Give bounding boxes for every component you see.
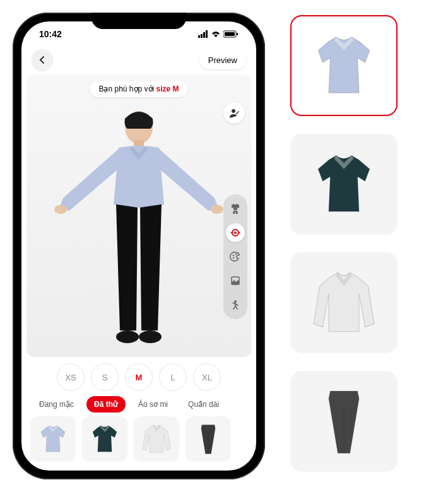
tray-shirt-white[interactable] [134,416,179,462]
side-thumbnails [290,15,398,479]
fit-recommendation-pill: Bạn phù hợp với size M [90,81,187,97]
size-s[interactable]: S [91,363,119,391]
rail-palette-icon[interactable] [226,247,245,266]
status-time: 10:42 [39,29,62,39]
svg-point-13 [139,331,162,343]
svg-point-19 [233,257,234,259]
model-canvas[interactable]: Bạn phù hợp với size M [27,74,251,357]
tab-category-0[interactable]: Đang mặc [32,396,81,413]
tool-rail [223,194,247,319]
fit-highlight: size M [156,85,179,93]
status-icons [198,30,239,38]
model-3d [44,103,233,356]
size-xs[interactable]: XS [57,363,85,391]
rail-measure-icon[interactable] [226,223,245,242]
svg-rect-3 [206,30,208,38]
battery-icon [223,30,239,38]
rail-pose-icon[interactable] [226,295,245,314]
arrow-left-icon [37,55,47,65]
rail-background-icon[interactable] [226,271,245,290]
svg-point-15 [234,231,237,234]
wifi-icon [211,30,221,38]
phone-frame: 10:42 Preview Bạn phù hợp với size M [13,13,265,479]
signal-icon [198,30,208,38]
back-button[interactable] [32,49,53,71]
size-l[interactable]: L [159,363,187,391]
svg-rect-5 [225,32,235,36]
tray-pants-dark[interactable] [186,416,231,462]
svg-rect-2 [203,32,205,38]
thumb-shirt-blue[interactable] [290,15,398,116]
svg-point-18 [233,255,234,256]
tray-shirt-plaid[interactable] [82,416,127,462]
size-selector: XSSMLXL [21,357,256,395]
svg-point-12 [116,331,139,343]
size-m[interactable]: M [125,363,153,391]
svg-point-11 [211,205,223,214]
tab-category-1[interactable]: Đã thử [86,396,126,413]
size-xl[interactable]: XL [193,363,221,391]
tab-category-2[interactable]: Áo sơ mi [131,396,175,413]
fit-prefix: Bạn phù hợp với [98,85,156,93]
svg-rect-1 [201,34,203,38]
preview-label: Preview [208,56,237,65]
category-tabs: Đang mặcĐã thửÁo sơ miQuần dài [21,395,256,416]
svg-point-20 [235,254,237,255]
item-tray [21,416,256,471]
svg-rect-0 [198,35,200,38]
phone-notch [91,13,186,29]
svg-rect-6 [237,33,238,35]
preview-button[interactable]: Preview [199,51,246,69]
top-bar: Preview [21,47,256,74]
svg-point-10 [54,205,67,214]
tab-category-3[interactable]: Quần dài [180,396,227,413]
thumb-pants-dark[interactable] [290,371,398,472]
rail-outfit-icon[interactable] [226,199,245,218]
thumb-shirt-white[interactable] [290,252,398,353]
tray-shirt-blue[interactable] [30,416,76,462]
screen: 10:42 Preview Bạn phù hợp với size M [21,21,256,471]
thumb-shirt-plaid[interactable] [290,134,398,235]
